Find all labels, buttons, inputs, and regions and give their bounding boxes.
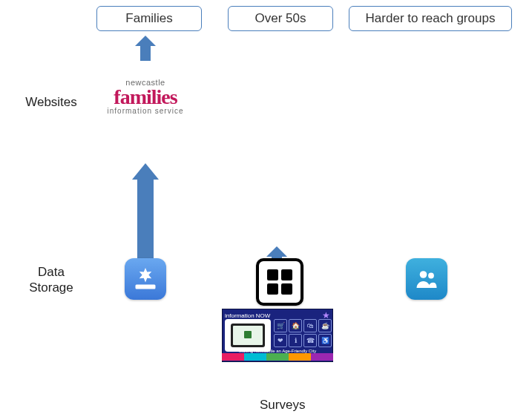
row-label-websites: Websites [18,95,85,110]
column-header-harder: Harder to reach groups [349,6,512,31]
infonow-header-text: information NOW [225,312,270,319]
infonow-ico: 🛍 [303,319,317,332]
people-icon [406,258,447,300]
infonow-ico: ❤ [274,334,287,347]
infonow-icon-grid: 🛒 🏠 🛍 ☕ ❤ ℹ ☎ ♿ [274,319,330,347]
column-header-families: Families [96,6,202,31]
infonow-ico: 🏠 [289,319,302,332]
logo-families-word: families [114,85,177,108]
arrow-up-long-icon [134,163,157,260]
row-label-data-storage-line2: Storage [18,280,85,295]
svg-rect-0 [136,285,156,289]
infonow-ico: ℹ [289,334,302,347]
infonow-ico: ☎ [303,334,317,347]
infonow-ico: ♿ [318,334,332,347]
logo-families-line3: information service [108,108,184,115]
logo-information-now: information NOW ★ 🛒 🏠 🛍 ☕ ❤ ℹ ☎ ♿ Making… [222,309,333,362]
people-glyph [413,266,440,292]
appstore-glyph [132,266,159,292]
svg-point-6 [428,273,434,279]
appstore-icon [125,258,166,300]
infonow-ico: 🛒 [274,319,287,332]
row-label-surveys: Surveys [260,398,305,413]
row-label-data-storage: Data Storage [18,264,85,296]
infonow-ico: ☕ [318,319,332,332]
svg-point-5 [420,271,427,278]
grid-icon [256,258,303,306]
column-header-over50s: Over 50s [228,6,333,31]
row-label-data-storage-line1: Data [18,264,85,280]
logo-families: newcastle families information service [93,74,197,119]
infonow-photo [225,319,271,352]
arrow-up-icon [137,36,154,61]
